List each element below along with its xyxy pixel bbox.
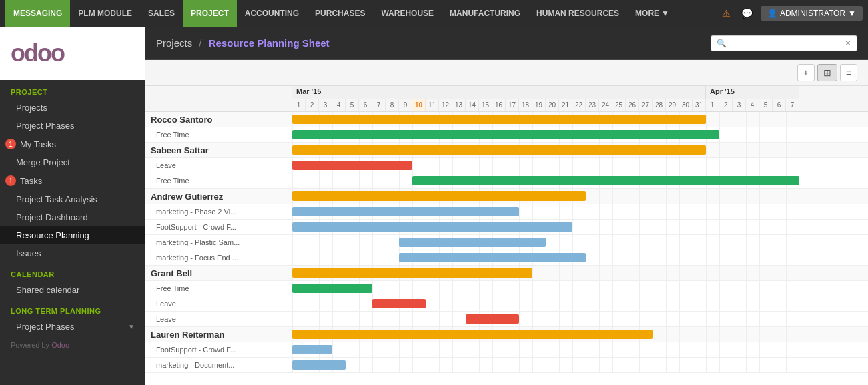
- message-icon[interactable]: 💬: [739, 5, 755, 21]
- nav-hr[interactable]: HUMAN RESOURCES: [528, 0, 627, 27]
- top-navigation: MESSAGING PLM MODULE SALES PROJECT ACCOU…: [0, 0, 868, 27]
- day-cell: 1: [706, 99, 719, 111]
- gantt-row-label: Sabeen Sattar: [145, 143, 292, 157]
- gantt-bar: [292, 161, 412, 170]
- day-cell: 2: [306, 99, 319, 111]
- day-cell: 2: [719, 99, 733, 111]
- nav-plm[interactable]: PLM MODULE: [70, 0, 140, 27]
- nav-more[interactable]: MORE ▼: [627, 0, 677, 27]
- card-view-button[interactable]: ⊞: [817, 64, 837, 81]
- gantt-row-label: Lauren Reiterman: [145, 327, 292, 342]
- gantt-task-row: marketing - Plastic Sam...: [145, 235, 868, 250]
- day-cell: 6: [773, 99, 786, 111]
- gantt-row-bars: [292, 158, 868, 173]
- gantt-row-bars: [292, 358, 868, 372]
- add-button[interactable]: +: [797, 64, 815, 81]
- gantt-row-label: Grant Bell: [145, 266, 292, 280]
- logo[interactable]: odoo: [0, 27, 145, 80]
- gantt-person-row: Grant Bell: [145, 266, 868, 281]
- admin-button[interactable]: 👤 ADMINISTRATOR ▼: [761, 6, 863, 21]
- nav-messaging[interactable]: MESSAGING: [5, 0, 70, 27]
- gantt-task-row: marketing - Phase 2 Vi...: [145, 204, 868, 220]
- gantt-row-label: Leave: [145, 312, 292, 326]
- gantt-row-label: FootSupport - Crowd F...: [145, 220, 292, 234]
- breadcrumb-projects[interactable]: Projects: [156, 37, 192, 49]
- nav-project[interactable]: PROJECT: [183, 0, 237, 27]
- gantt-task-row: FootSupport - Crowd F...: [145, 342, 868, 358]
- day-cell: 4: [332, 99, 346, 111]
- search-box[interactable]: 🔍 ✕: [711, 35, 857, 51]
- gantt-task-row: Leave: [145, 312, 868, 327]
- nav-accounting[interactable]: ACCOUNTING: [237, 0, 307, 27]
- gantt-row-bars: [292, 143, 868, 157]
- alert-icon[interactable]: ⚠: [719, 5, 733, 21]
- day-cell: 3: [319, 99, 332, 111]
- gantt-row-bars: [292, 127, 868, 142]
- gantt-label-header: [145, 86, 292, 111]
- timeline-header: Mar '15Apr '1512345678910111213141516171…: [145, 86, 868, 112]
- day-cell: 6: [359, 99, 372, 111]
- sidebar: odoo PROJECT Projects Project Phases 1 M…: [0, 27, 145, 385]
- gantt-row-label: Leave: [145, 296, 292, 311]
- sidebar-item-tasks[interactable]: 1 Tasks: [0, 171, 145, 190]
- sidebar-item-my-tasks[interactable]: 1 My Tasks: [0, 135, 145, 153]
- sidebar-section-calendar: CALENDAR: [0, 262, 145, 281]
- toolbar: + ⊞ ≡: [145, 60, 868, 86]
- day-cell: 11: [426, 99, 439, 111]
- gantt-bar: [292, 145, 706, 155]
- sidebar-item-merge-project[interactable]: Merge Project: [0, 153, 145, 171]
- day-cell: 16: [492, 99, 506, 111]
- search-input[interactable]: [729, 39, 845, 48]
- day-cell: 26: [626, 99, 639, 111]
- gantt-bar: [292, 268, 532, 278]
- sidebar-item-resource-planning[interactable]: Resource Planning: [0, 226, 145, 244]
- gantt-bar: [292, 345, 332, 354]
- gantt-person-row: Lauren Reiterman: [145, 327, 868, 342]
- nav-sales[interactable]: SALES: [140, 0, 183, 27]
- gantt-bar: [399, 238, 546, 247]
- nav-warehouse[interactable]: WAREHOUSE: [373, 0, 442, 27]
- gantt-row-bars: [292, 112, 868, 127]
- nav-purchases[interactable]: PURCHASES: [307, 0, 373, 27]
- day-cell: 4: [746, 99, 759, 111]
- sidebar-item-task-analysis[interactable]: Project Task Analysis: [0, 190, 145, 208]
- day-cell: 7: [786, 99, 799, 111]
- my-tasks-badge: 1: [5, 139, 16, 149]
- day-cell: 1: [292, 99, 306, 111]
- day-cell: 9: [399, 99, 412, 111]
- day-cell: 28: [653, 99, 666, 111]
- sidebar-item-long-term-phases[interactable]: Project Phases ▼: [0, 318, 145, 336]
- gantt-bar: [412, 176, 799, 185]
- sidebar-item-shared-calendar[interactable]: Shared calendar: [0, 281, 145, 299]
- chevron-down-icon: ▼: [128, 323, 135, 330]
- sidebar-item-projects[interactable]: Projects: [0, 99, 145, 117]
- sidebar-item-project-dashboard[interactable]: Project Dashboard: [0, 208, 145, 226]
- breadcrumb-current: Resource Planning Sheet: [209, 37, 330, 49]
- day-cell: 5: [346, 99, 359, 111]
- sidebar-item-issues[interactable]: Issues: [0, 244, 145, 262]
- gantt-row-label: marketing - Document...: [145, 358, 292, 372]
- day-cell: 19: [532, 99, 546, 111]
- sidebar-section-planning: LONG TERM PLANNING: [0, 299, 145, 318]
- gantt-container[interactable]: Mar '15Apr '1512345678910111213141516171…: [145, 86, 868, 385]
- nav-manufacturing[interactable]: MANUFACTURING: [442, 0, 528, 27]
- clear-search-icon[interactable]: ✕: [845, 39, 851, 48]
- gantt-task-row: FootSupport - Crowd F...: [145, 220, 868, 235]
- gantt-row-label: marketing - Focus End ...: [145, 250, 292, 265]
- day-cell: 10: [412, 99, 426, 111]
- gantt-row-bars: [292, 342, 868, 357]
- month-row: Mar '15Apr '15: [292, 86, 868, 99]
- gantt-row-label: FootSupport - Crowd F...: [145, 342, 292, 357]
- gantt-bar: [292, 191, 586, 201]
- powered-by: Powered by Odoo: [0, 336, 145, 354]
- gantt-row-label: Free Time: [145, 127, 292, 142]
- gantt-person-row: Rocco Santoro: [145, 112, 868, 127]
- gantt-row-label: Andrew Gutierrez: [145, 189, 292, 204]
- day-cell: 12: [439, 99, 452, 111]
- sidebar-item-project-phases[interactable]: Project Phases: [0, 117, 145, 135]
- timeline-months: Mar '15Apr '1512345678910111213141516171…: [292, 86, 868, 111]
- list-view-button[interactable]: ≡: [840, 64, 857, 81]
- gantt-row-bars: [292, 312, 868, 326]
- day-cell: 22: [572, 99, 586, 111]
- gantt-row-bars: [292, 250, 868, 265]
